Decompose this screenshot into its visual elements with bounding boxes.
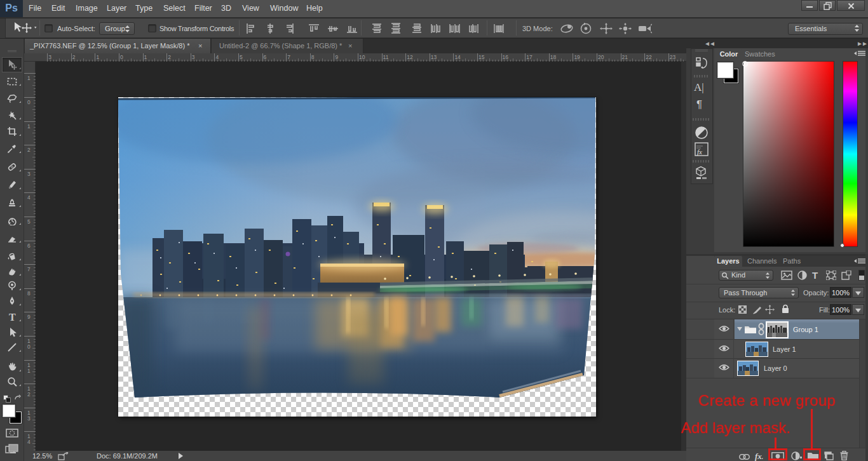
svg-text:T: T	[9, 312, 16, 322]
svg-text:fx: fx	[697, 148, 702, 156]
